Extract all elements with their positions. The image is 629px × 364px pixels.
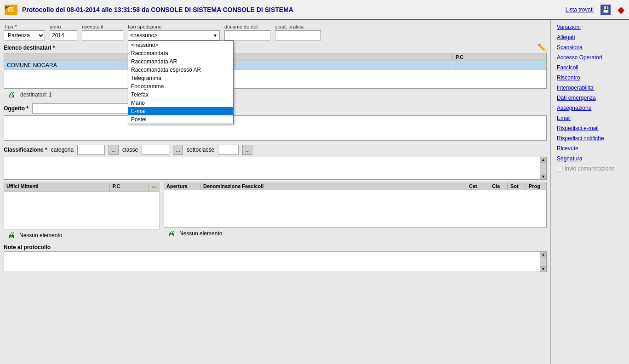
option-email[interactable]: E-mail <box>128 107 233 115</box>
rispedisci-notifiche-link[interactable]: Rispedisci notifiche <box>557 135 623 142</box>
scansiona-link[interactable]: Scansiona <box>557 44 623 51</box>
assegnazione-link[interactable]: Assegnazione <box>557 105 623 111</box>
classif-label: Classificazione * <box>4 147 47 153</box>
classe-browse-btn[interactable]: ... <box>173 145 183 155</box>
categoria-browse-btn[interactable]: ... <box>109 145 119 155</box>
option-raccomandata-espresso-ar[interactable]: Raccomandata espresso AR <box>128 66 233 74</box>
uffici-table-body <box>4 192 160 229</box>
title-bar: ✉ Protocollo del 08-01-2014 alle 13:31:5… <box>0 0 629 20</box>
anno-input[interactable] <box>50 30 77 40</box>
destinatari-count: destinatari: 1 <box>20 91 52 98</box>
allegati-link[interactable]: Allegati <box>557 34 623 40</box>
fascicoli-col-sot: Sot <box>508 182 526 190</box>
sottoclasse-label: sottoclasse <box>187 147 214 153</box>
classif-textarea-container: ▲ ▼ <box>4 157 547 180</box>
fascicoli-add-btn[interactable]: 🖨 <box>166 228 177 239</box>
note-scroll-down[interactable]: ▼ <box>540 266 546 272</box>
uffici-edit-header: ✏ <box>149 182 160 192</box>
uffici-footer: 🖨 Nessun elemento <box>4 229 160 241</box>
top-form-row: Tipo * Partenza Arrivo anno ricevuto il … <box>4 24 547 40</box>
option-telegramma[interactable]: Telegramma <box>128 74 233 82</box>
option-mano[interactable]: Mano <box>128 99 233 107</box>
tipo-group: Tipo * Partenza Arrivo <box>4 24 45 40</box>
spedizione-label: tipo spedizione <box>128 24 220 29</box>
note-scrollbar: ▲ ▼ <box>540 252 546 272</box>
documento-input[interactable] <box>224 30 270 40</box>
fascicoli-col-cla: Cla <box>489 182 508 190</box>
destinatari-table: Citta' P.C COMUNE NOGARA <box>4 53 547 89</box>
note-section: Note al protocollo ▲ ▼ <box>4 244 547 272</box>
ricevuto-group: ricevuto il <box>82 24 123 40</box>
fascicoli-empty-space <box>164 190 546 227</box>
spedizione-dropdown-open: <nessuno> Raccomandata Raccomandata AR R… <box>128 40 234 124</box>
uffici-no-element: Nessun elemento <box>19 232 62 239</box>
oggetto-textarea[interactable] <box>4 115 547 141</box>
interoperabilita-link[interactable]: Interoperabilita' <box>557 85 623 91</box>
ricevuto-label: ricevuto il <box>82 24 123 29</box>
option-postel[interactable]: Postel <box>128 115 233 124</box>
sottoclasse-input[interactable] <box>218 145 239 155</box>
ricevute-link[interactable]: Ricevute <box>557 145 623 152</box>
lista-trovati-link[interactable]: Lista trovati <box>566 6 594 13</box>
fascicoli-panel: Apertura Denominazione Fascicoli Cat Cla… <box>164 182 547 241</box>
riscontro-link[interactable]: Riscontro <box>557 74 623 81</box>
ricevuto-input[interactable] <box>82 30 123 40</box>
tipo-label: Tipo * <box>4 24 45 29</box>
oggetto-input[interactable] <box>32 103 133 114</box>
fascicoli-col-denom: Denominazione Fascicoli <box>200 182 466 190</box>
classe-input[interactable] <box>142 145 169 155</box>
note-scroll-up[interactable]: ▲ <box>540 252 546 257</box>
uffici-table-header: Uffici Mittenti P.C ✏ <box>4 182 160 192</box>
uffici-add-btn[interactable]: 🖨 <box>6 230 17 240</box>
option-nessuno[interactable]: <nessuno> <box>128 41 233 49</box>
segnatura-link[interactable]: Segnatura <box>557 155 623 162</box>
fascicoli-no-element: Nessun elemento <box>179 230 222 237</box>
tipo-select[interactable]: Partenza Arrivo <box>4 30 45 40</box>
oggetto-label: Oggetto * <box>4 105 29 112</box>
note-label: Note al protocollo <box>4 244 51 250</box>
email-link[interactable]: Email <box>557 115 623 121</box>
destinatari-edit-icon[interactable]: ✏️ <box>538 43 547 52</box>
uffici-panel: Uffici Mittenti P.C ✏ 🖨 Nessun elemento <box>4 182 160 241</box>
classe-label: classe <box>122 147 138 153</box>
sottoclasse-browse-btn[interactable]: ... <box>242 145 252 155</box>
categoria-input[interactable] <box>77 145 105 155</box>
option-raccomandata[interactable]: Raccomandata <box>128 49 233 57</box>
spedizione-dropdown-container: <nessuno> ▼ <nessuno> Raccomandata Racco… <box>128 30 220 40</box>
rispedisci-email-link[interactable]: Rispedisci e-mail <box>557 125 623 131</box>
note-header: Note al protocollo <box>4 244 547 250</box>
invio-label: Invio comunicazione <box>565 165 615 172</box>
scad-input[interactable] <box>275 30 321 40</box>
fascicoli-table-header: Apertura Denominazione Fascicoli Cat Cla… <box>164 182 547 190</box>
documento-label: documento del <box>224 24 270 29</box>
close-icon[interactable]: ◆ <box>618 4 624 15</box>
option-fonogramma[interactable]: Fonogramma <box>128 82 233 91</box>
scroll-up[interactable]: ▲ <box>540 157 546 163</box>
save-icon[interactable]: 💾 <box>600 5 611 15</box>
classif-textarea[interactable] <box>4 157 540 179</box>
uffici-edit-icon[interactable]: ✏ <box>152 183 157 191</box>
oggetto-textarea-container <box>4 115 547 142</box>
destinatari-pc-cell <box>453 61 546 69</box>
oggetto-row: Oggetto * ... Ultimo oggetto <box>4 103 547 114</box>
option-telefax[interactable]: Telefax <box>128 91 233 99</box>
dati-emergenza-link[interactable]: Dati emergenza <box>557 95 623 101</box>
fascicoli-col-cat: Cat <box>466 182 489 190</box>
scroll-down[interactable]: ▼ <box>540 174 546 179</box>
invio-checkbox <box>557 166 563 172</box>
page-title: Protocollo del 08-01-2014 alle 13:31:58 … <box>22 6 566 13</box>
variazioni-link[interactable]: Variazioni <box>557 24 623 30</box>
option-raccomandata-ar[interactable]: Raccomandata AR <box>128 57 233 66</box>
fascicoli-col-prog: Prog <box>526 182 547 190</box>
destinatari-header-row: Elenco destinatari * ✏️ <box>4 43 547 52</box>
note-textarea[interactable] <box>4 252 540 272</box>
destinatari-add-btn[interactable]: 🖨 <box>6 90 17 100</box>
anno-group: anno <box>50 24 77 40</box>
fascicoli-link[interactable]: Fascicoli <box>557 64 623 71</box>
table-row[interactable]: COMUNE NOGARA <box>4 61 546 70</box>
destinatari-empty-space <box>4 70 546 88</box>
accesso-operatori-link[interactable]: Accesso Operatori <box>557 54 623 61</box>
spedizione-select[interactable]: <nessuno> ▼ <box>128 30 220 40</box>
note-textarea-container: ▲ ▼ <box>4 251 547 272</box>
spedizione-group: tipo spedizione <nessuno> ▼ <nessuno> Ra… <box>128 24 220 40</box>
